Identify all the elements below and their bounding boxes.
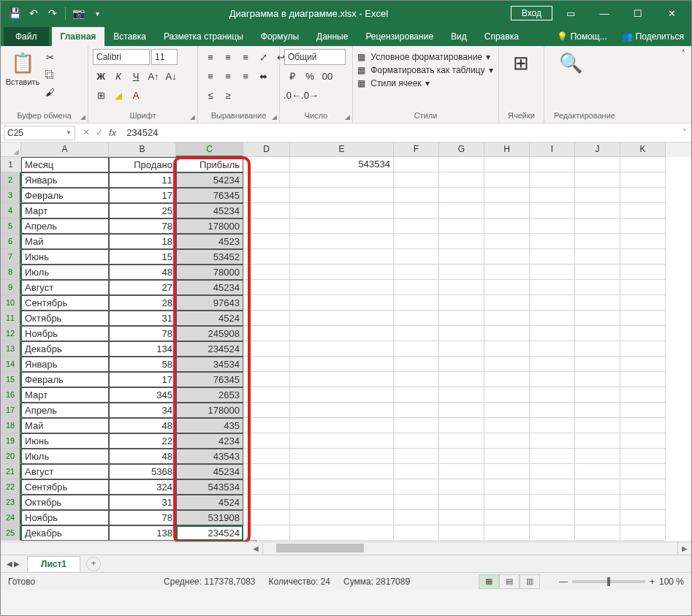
align-center-icon[interactable]: ≡ [220,68,236,84]
cell-styles-button[interactable]: ▦ Стили ячеек ▾ [357,78,430,88]
cell[interactable] [439,249,484,265]
cell[interactable] [290,218,394,234]
cell[interactable] [530,464,575,479]
cell[interactable]: Май [21,418,109,433]
cell[interactable] [620,218,666,234]
row-header[interactable]: 13 [1,341,21,357]
cell[interactable]: Июнь [21,249,109,265]
cell[interactable]: 4523 [176,234,243,249]
tab-formulas[interactable]: Формулы [252,27,308,46]
cell[interactable] [620,464,666,479]
cell[interactable] [394,510,439,525]
align-left-icon[interactable]: ≡ [202,68,218,84]
cell[interactable] [575,403,620,418]
cell[interactable] [394,249,439,265]
cell[interactable] [620,449,666,464]
cell[interactable] [439,525,484,541]
row-header[interactable]: 15 [1,372,21,387]
cell[interactable] [575,449,620,464]
row-header[interactable]: 21 [1,464,21,479]
row-header[interactable]: 14 [1,357,21,372]
cell[interactable] [530,188,575,203]
sheet-nav-next-icon[interactable]: ▶ [14,560,20,568]
cell[interactable]: 25 [109,203,176,218]
cell[interactable] [243,418,290,433]
italic-button[interactable]: К [110,68,126,84]
cell[interactable] [394,387,439,403]
col-header[interactable]: G [439,142,484,157]
borders-icon[interactable]: ⊞ [93,87,109,103]
cell[interactable] [484,188,530,203]
cell[interactable]: 245908 [176,326,243,341]
cell[interactable] [439,218,484,234]
cell[interactable] [575,249,620,265]
cell[interactable] [439,449,484,464]
maximize-button[interactable]: ☐ [623,2,653,24]
ribbon-display-icon[interactable]: ▭ [555,2,586,24]
cell[interactable]: 48 [109,418,176,433]
cell[interactable] [484,265,530,280]
cell[interactable]: Июль [21,265,109,280]
merge-icon[interactable]: ⬌ [255,68,271,84]
cell[interactable] [243,464,290,479]
cell[interactable]: Август [21,280,109,295]
cell[interactable] [620,525,666,541]
col-header[interactable]: D [243,142,290,157]
cell[interactable]: 54234 [176,172,243,188]
cell[interactable] [243,188,290,203]
cell[interactable] [290,280,394,295]
row-header[interactable]: 16 [1,387,21,403]
cell[interactable] [290,249,394,265]
cell[interactable] [290,387,394,403]
cell[interactable]: 543534 [176,479,243,495]
cell[interactable] [439,280,484,295]
cell[interactable] [620,387,666,403]
tab-review[interactable]: Рецензирование [357,27,442,46]
login-button[interactable]: Вход [511,6,552,20]
cell[interactable]: 31 [109,495,176,510]
cell[interactable] [394,449,439,464]
row-header[interactable]: 7 [1,249,21,265]
cell[interactable] [290,188,394,203]
cell[interactable] [530,403,575,418]
cell[interactable] [394,326,439,341]
cell[interactable] [243,172,290,188]
col-header[interactable]: H [484,142,530,157]
cell[interactable] [620,510,666,525]
cell[interactable] [575,433,620,449]
accounting-icon[interactable]: ₽ [284,68,300,84]
row-header[interactable]: 25 [1,525,21,541]
cell[interactable] [394,172,439,188]
cell[interactable] [620,418,666,433]
tab-help[interactable]: Справка [476,27,528,46]
cell[interactable] [394,295,439,311]
copy-icon[interactable]: ⿻ [42,66,58,83]
cell[interactable] [484,433,530,449]
number-format-combo[interactable]: Общий [284,49,346,65]
autofill-options-icon[interactable]: ⊞ [246,540,256,541]
align-middle-icon[interactable]: ≡ [220,49,236,65]
cell[interactable] [439,188,484,203]
cell[interactable] [484,311,530,326]
font-color-icon[interactable]: A [128,87,144,103]
cell[interactable] [243,495,290,510]
increase-indent-icon[interactable]: ≥ [220,87,236,103]
cell[interactable]: 134 [109,341,176,357]
cell[interactable]: Декабрь [21,525,109,541]
cell[interactable]: 11 [109,172,176,188]
tab-insert[interactable]: Вставка [104,27,155,46]
row-header[interactable]: 4 [1,203,21,218]
cell[interactable]: 17 [109,372,176,387]
cell[interactable] [290,464,394,479]
cell[interactable] [530,295,575,311]
cell[interactable]: Октябрь [21,311,109,326]
cell[interactable]: Январь [21,172,109,188]
cell[interactable]: Продано [109,157,176,172]
cell[interactable] [394,495,439,510]
row-header[interactable]: 10 [1,295,21,311]
cell[interactable] [620,433,666,449]
col-header[interactable]: I [530,142,575,157]
cell[interactable] [290,234,394,249]
cell[interactable] [394,403,439,418]
cell[interactable] [530,172,575,188]
